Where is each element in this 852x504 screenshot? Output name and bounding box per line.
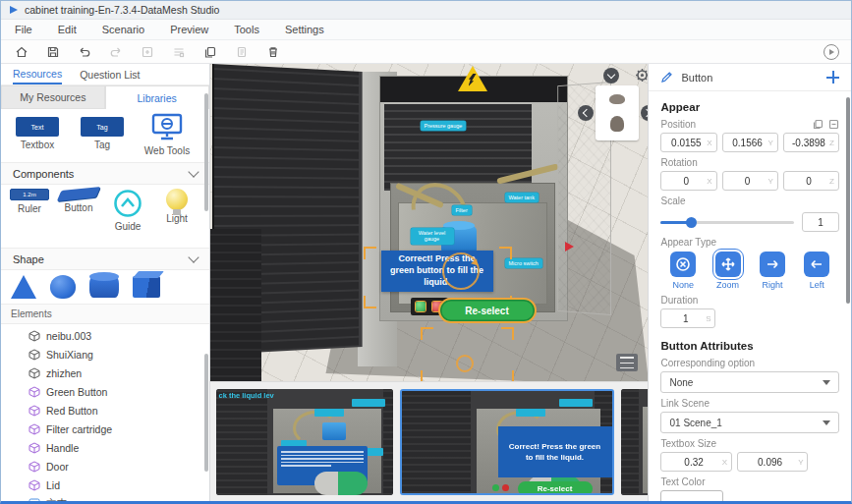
edit-pencil-icon[interactable]	[660, 71, 673, 84]
caret-down-icon	[823, 380, 830, 385]
scene-list-icon[interactable]	[616, 354, 638, 371]
list-item[interactable]: Lid	[28, 476, 209, 494]
model-icon	[28, 367, 40, 379]
add-icon[interactable]	[826, 71, 839, 84]
shape-cube[interactable]	[133, 276, 160, 298]
copy-values-icon[interactable]	[813, 119, 824, 130]
camera-right-icon[interactable]	[641, 105, 649, 121]
appear-type-zoom[interactable]: Zoom	[706, 252, 750, 290]
position-label: Position	[660, 119, 808, 130]
tab-resources[interactable]: Resources	[13, 65, 62, 84]
scene-thumbnail-1[interactable]: ck the liquid lev	[216, 389, 393, 495]
text-color-swatch[interactable]	[660, 490, 723, 501]
model-icon	[28, 330, 40, 342]
scale-value[interactable]: 1	[802, 212, 839, 232]
scene-settings-icon[interactable]	[170, 43, 188, 61]
add-scene-icon[interactable]	[139, 43, 156, 61]
menu-preview[interactable]: Preview	[170, 24, 208, 35]
list-item[interactable]: Filter cartridge	[28, 420, 209, 438]
list-item[interactable]: ShuiXiang	[28, 345, 209, 364]
inspector-scrollbar[interactable]	[846, 97, 850, 304]
duration-field[interactable]: S	[660, 308, 715, 328]
model-icon	[28, 405, 40, 417]
rotation-z-field[interactable]: Z	[783, 171, 839, 191]
corresponding-option-label: Corresponding option	[660, 358, 839, 368]
avatar-view-control[interactable]	[596, 85, 639, 140]
list-item[interactable]: Green Button	[28, 382, 209, 401]
part-tag[interactable]: Pressure gauge	[421, 121, 467, 131]
list-item[interactable]: Door	[28, 457, 209, 476]
list-item[interactable]: 文本	[28, 494, 209, 501]
menu-tools[interactable]: Tools	[234, 24, 259, 35]
sidebar-scrollbar-lower[interactable]	[204, 354, 208, 472]
copy-icon[interactable]	[201, 43, 219, 61]
selection-bracket	[421, 327, 433, 340]
corresponding-option-select[interactable]: None	[660, 371, 839, 393]
home-icon[interactable]	[13, 43, 30, 61]
undo-icon[interactable]	[76, 43, 93, 61]
scale-slider[interactable]	[660, 221, 794, 224]
textbox-size-y-field[interactable]: Y	[737, 452, 809, 472]
paste-icon[interactable]	[233, 43, 251, 61]
scene-3d[interactable]: Pressure gauge Filter Water tank Water l…	[210, 64, 649, 381]
thumbnail-caption: ck the liquid lev	[219, 391, 274, 400]
library-item-textbox[interactable]: Text Textbox	[7, 113, 68, 162]
shape-cone[interactable]	[11, 275, 36, 299]
subtab-my-resources[interactable]: My Resources	[1, 85, 105, 109]
appear-type-none[interactable]: None	[660, 252, 705, 290]
shape-cylinder[interactable]	[89, 276, 119, 298]
scene-thumbnail-3[interactable]	[621, 389, 649, 495]
component-ruler[interactable]: 1.2m Ruler	[5, 189, 54, 248]
component-light[interactable]: Light	[152, 189, 201, 248]
list-item[interactable]: Red Button	[28, 401, 209, 420]
part-tag[interactable]: Water level gauge	[411, 228, 454, 245]
shape-section-header[interactable]: Shape	[1, 248, 209, 270]
subtab-libraries[interactable]: Libraries	[105, 85, 209, 109]
appear-type-left[interactable]: Left	[795, 252, 839, 290]
reselect-button[interactable]: Re-select	[438, 298, 537, 323]
selection-bracket	[364, 247, 376, 259]
none-icon	[670, 252, 696, 277]
cabinet-lower-unit[interactable]	[210, 229, 261, 381]
list-item[interactable]: Handle	[28, 438, 209, 457]
link-scene-select[interactable]: 01 Scene_1	[660, 412, 839, 433]
position-z-field[interactable]: Z	[783, 133, 839, 152]
redo-icon[interactable]	[107, 43, 125, 61]
play-preview-icon[interactable]	[824, 44, 839, 60]
rotate-gizmo[interactable]	[442, 252, 480, 290]
component-button[interactable]: Button	[54, 189, 103, 248]
delete-icon[interactable]	[264, 43, 282, 61]
green-button[interactable]	[416, 302, 426, 311]
menu-edit[interactable]: Edit	[58, 24, 77, 35]
rotation-x-field[interactable]: X	[660, 171, 716, 191]
camera-down-icon[interactable]	[603, 68, 619, 84]
part-tag[interactable]: Micro switch	[505, 258, 542, 268]
tab-question-list[interactable]: Question List	[80, 66, 140, 84]
move-gizmo[interactable]	[456, 355, 474, 372]
library-item-web-tools[interactable]: Web Tools	[137, 113, 198, 162]
position-x-field[interactable]: X	[660, 133, 716, 152]
part-tag[interactable]: Water tank	[505, 193, 539, 202]
list-item[interactable]: zhizhen	[28, 364, 209, 382]
menu-settings[interactable]: Settings	[285, 24, 324, 35]
menu-file[interactable]: File	[15, 24, 32, 35]
position-y-field[interactable]: Y	[722, 133, 778, 152]
shape-sphere[interactable]	[50, 275, 76, 299]
sidebar-tabs: Resources Question List	[1, 64, 209, 85]
rotation-y-field[interactable]: Y	[722, 171, 778, 191]
components-section-header[interactable]: Components	[1, 162, 209, 185]
text-element-icon	[28, 498, 40, 502]
scene-thumbnail-2-selected[interactable]: Correct! Press the green to fill the liq…	[400, 389, 614, 495]
appear-type-right[interactable]: Right	[750, 252, 794, 290]
part-tag[interactable]: Filter	[452, 205, 472, 215]
list-item[interactable]: neibu.003	[28, 326, 209, 345]
sidebar-scrollbar[interactable]	[204, 93, 208, 211]
save-icon[interactable]	[44, 43, 62, 61]
library-item-tag[interactable]: Tag Tag	[72, 113, 133, 162]
camera-left-icon[interactable]	[578, 105, 594, 121]
gear-icon[interactable]	[635, 68, 649, 83]
textbox-size-x-field[interactable]: X	[660, 452, 732, 472]
menu-scenario[interactable]: Scenario	[102, 24, 144, 35]
component-guide[interactable]: Guide	[103, 189, 152, 248]
reset-values-icon[interactable]	[828, 119, 839, 130]
